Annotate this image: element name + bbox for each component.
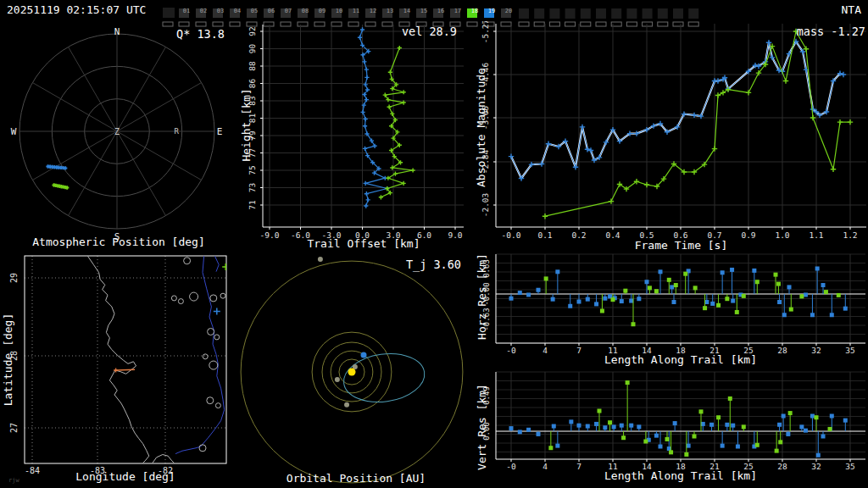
data-point-marker bbox=[693, 286, 698, 290]
ground-map-plot: -84-83-82292827 bbox=[0, 251, 237, 488]
data-point-marker bbox=[703, 306, 707, 310]
data-point-marker bbox=[787, 285, 792, 289]
lake-contour bbox=[209, 361, 218, 369]
trail-offset-plot: -9.0-6.0-3.00.03.06.09.09290888683817977… bbox=[237, 21, 475, 251]
data-point-marker bbox=[526, 292, 531, 297]
data-point-marker bbox=[687, 444, 691, 448]
frame-thumb-blank[interactable] bbox=[673, 8, 683, 19]
frame-thumb-blank[interactable] bbox=[658, 8, 668, 19]
frame-number: 12 bbox=[370, 8, 376, 14]
frame-thumb-blank[interactable] bbox=[626, 8, 637, 19]
data-point-marker bbox=[542, 214, 548, 219]
data-point-marker bbox=[644, 182, 649, 187]
frame-thumb-blank[interactable] bbox=[611, 8, 621, 19]
data-point-marker bbox=[715, 92, 721, 97]
ground-map-panel: -84-83-82292827 Longitude [deg] Latitude… bbox=[0, 251, 237, 488]
data-point-marker bbox=[742, 424, 746, 429]
data-point-marker bbox=[585, 147, 590, 152]
data-point-marker bbox=[778, 440, 782, 444]
data-point-marker bbox=[669, 450, 673, 454]
data-point-marker bbox=[222, 263, 229, 270]
data-point-marker bbox=[789, 308, 793, 312]
sun-dot bbox=[348, 369, 356, 376]
data-point-marker bbox=[555, 269, 559, 274]
data-point-marker bbox=[716, 415, 721, 419]
data-point-marker bbox=[728, 396, 732, 401]
data-point-marker bbox=[843, 307, 848, 311]
data-point-marker bbox=[637, 424, 641, 429]
frame-number: 04 bbox=[234, 8, 241, 14]
river bbox=[175, 256, 225, 453]
data-point-marker bbox=[667, 278, 671, 282]
data-point-marker bbox=[620, 424, 624, 428]
data-point-marker bbox=[735, 310, 739, 314]
data-point-marker bbox=[577, 300, 581, 304]
data-point-marker bbox=[731, 299, 735, 303]
data-point-marker bbox=[672, 300, 676, 304]
data-point-marker bbox=[363, 147, 367, 151]
data-point-marker bbox=[509, 426, 514, 430]
data-point-marker bbox=[788, 411, 793, 415]
frame-thumb-blank[interactable] bbox=[534, 8, 544, 19]
orbit-title: Orbital Position [AU] bbox=[237, 472, 475, 485]
frame-thumb-blank[interactable] bbox=[688, 8, 698, 19]
vert-xlabel: Length Along Trail [km] bbox=[486, 469, 868, 482]
data-point-marker bbox=[393, 172, 398, 176]
data-point-marker bbox=[683, 272, 687, 276]
frame-number: 05 bbox=[251, 8, 258, 14]
data-point-marker bbox=[777, 300, 782, 304]
data-point-marker bbox=[588, 147, 593, 152]
frame-number: 13 bbox=[387, 8, 393, 14]
tick-label: 92 bbox=[248, 26, 257, 36]
data-point-marker bbox=[366, 197, 370, 202]
lake-contour bbox=[220, 293, 225, 298]
series-line bbox=[360, 30, 387, 206]
data-point-marker bbox=[632, 322, 636, 326]
lake-contour bbox=[207, 397, 214, 404]
data-point-marker bbox=[623, 289, 627, 293]
data-point-marker bbox=[402, 90, 406, 94]
frame-number: 06 bbox=[268, 8, 275, 14]
data-point-marker bbox=[577, 424, 581, 428]
data-point-marker bbox=[363, 124, 367, 128]
data-point-marker bbox=[594, 422, 598, 426]
data-point-marker bbox=[709, 423, 714, 427]
data-point-marker bbox=[544, 276, 548, 280]
data-point-marker bbox=[721, 444, 725, 448]
data-point-marker bbox=[608, 420, 612, 424]
data-point-marker bbox=[693, 435, 697, 439]
magnitude-xlabel: Frame Time [s] bbox=[486, 239, 868, 252]
frame-thumb-blank[interactable] bbox=[565, 8, 576, 19]
meteoroid-dot bbox=[361, 352, 367, 358]
data-point-marker bbox=[837, 119, 843, 125]
radiant-label: R bbox=[175, 127, 180, 136]
lake-contour bbox=[171, 296, 176, 301]
atmospheric-panel: NESWZR Q* 13.8 Atmospheric Position [deg… bbox=[0, 21, 237, 251]
data-point-marker bbox=[526, 428, 531, 432]
data-point-marker bbox=[586, 297, 590, 302]
data-point-marker bbox=[598, 409, 602, 413]
data-point-marker bbox=[810, 414, 815, 419]
tisserand-annotation: T_j 3.60 bbox=[406, 258, 461, 271]
frame-thumb-blank[interactable] bbox=[163, 8, 175, 18]
data-point-marker bbox=[725, 297, 729, 301]
data-point-marker bbox=[362, 59, 366, 64]
trail-offset-panel: -9.0-6.0-3.00.03.06.09.09290888683817977… bbox=[237, 21, 475, 251]
data-point-marker bbox=[782, 414, 786, 419]
frame-thumb-blank[interactable] bbox=[519, 8, 529, 19]
frame-number: 14 bbox=[403, 8, 410, 14]
frame-thumb-blank[interactable] bbox=[549, 8, 559, 19]
data-point-marker bbox=[710, 302, 715, 306]
compass-e: E bbox=[217, 126, 223, 137]
data-point-marker bbox=[603, 425, 607, 430]
trail-ylabel: Height [km] bbox=[240, 58, 253, 193]
frame-thumb-blank[interactable] bbox=[596, 8, 606, 19]
lake-contour bbox=[208, 328, 214, 335]
frame-thumb-blank[interactable] bbox=[581, 8, 591, 19]
data-point-marker bbox=[568, 304, 572, 308]
data-point-marker bbox=[665, 437, 670, 441]
frame-number: 01 bbox=[183, 8, 190, 14]
lake-contour bbox=[215, 403, 220, 408]
frame-thumb-blank[interactable] bbox=[643, 8, 653, 19]
data-point-marker bbox=[637, 297, 641, 301]
